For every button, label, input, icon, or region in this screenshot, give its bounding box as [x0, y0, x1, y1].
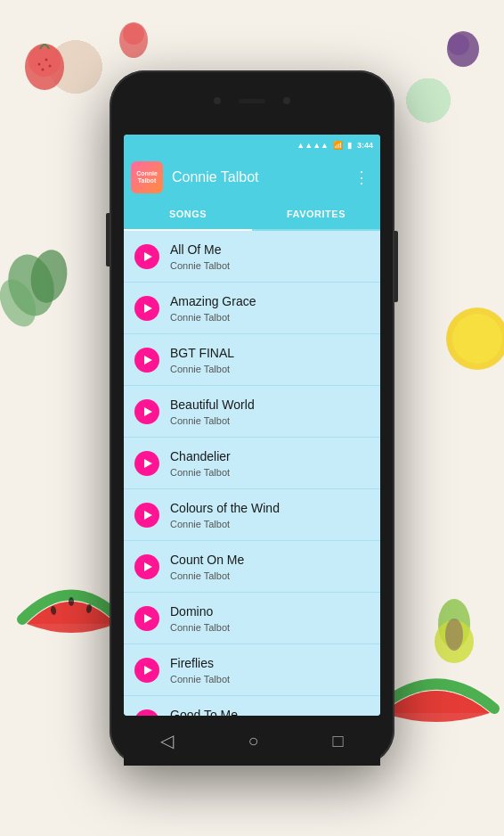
- svg-point-4: [42, 69, 45, 71]
- song-artist-5: Connie Talbot: [170, 519, 370, 529]
- song-title-9: Good To Me: [170, 707, 370, 716]
- status-bar: ▲▲▲▲ 📶 ▮ 3:44: [124, 135, 380, 156]
- app-bar: ConnieTalbot Connie Talbot ⋮: [124, 156, 380, 199]
- signal-icon: ▲▲▲▲: [297, 141, 329, 150]
- svg-point-2: [38, 63, 41, 66]
- battery-icon: ▮: [347, 141, 352, 150]
- svg-point-7: [448, 34, 469, 55]
- play-button-0[interactable]: [134, 244, 159, 269]
- song-title-5: Colours of the Wind: [170, 500, 370, 516]
- song-title-7: Domino: [170, 603, 370, 619]
- svg-point-0: [25, 44, 64, 90]
- recent-apps-button[interactable]: □: [318, 724, 357, 758]
- play-button-8[interactable]: [134, 658, 159, 683]
- svg-point-13: [50, 606, 57, 616]
- song-item-9[interactable]: Good To MeConnie Talbot: [124, 696, 380, 716]
- svg-point-19: [119, 22, 148, 58]
- phone-screen: ▲▲▲▲ 📶 ▮ 3:44 ConnieTalbot Connie Talbot…: [124, 135, 380, 716]
- front-camera-dot: [214, 97, 221, 104]
- song-item-6[interactable]: Count On MeConnie Talbot: [124, 541, 380, 593]
- song-artist-8: Connie Talbot: [170, 674, 370, 684]
- play-button-4[interactable]: [134, 451, 159, 476]
- song-item-3[interactable]: Beautiful WorldConnie Talbot: [124, 386, 380, 438]
- song-title-1: Amazing Grace: [170, 293, 370, 309]
- play-button-2[interactable]: [134, 348, 159, 373]
- song-artist-1: Connie Talbot: [170, 312, 370, 323]
- song-info-8: FirefliesConnie Talbot: [170, 655, 370, 684]
- song-info-6: Count On MeConnie Talbot: [170, 552, 370, 580]
- more-options-button[interactable]: ⋮: [350, 164, 373, 191]
- svg-point-1: [28, 45, 61, 77]
- song-title-2: BGT FINAL: [170, 345, 370, 361]
- front-camera: [214, 97, 290, 104]
- play-button-6[interactable]: [134, 554, 159, 579]
- play-button-1[interactable]: [134, 296, 159, 321]
- song-item-8[interactable]: FirefliesConnie Talbot: [124, 644, 380, 696]
- song-artist-2: Connie Talbot: [170, 364, 370, 374]
- song-item-1[interactable]: Amazing GraceConnie Talbot: [124, 283, 380, 334]
- song-item-4[interactable]: ChandelierConnie Talbot: [124, 438, 380, 489]
- svg-point-12: [452, 314, 502, 364]
- app-icon: ConnieTalbot: [131, 161, 163, 193]
- svg-point-18: [445, 619, 463, 651]
- svg-point-5: [49, 65, 52, 68]
- song-title-8: Fireflies: [170, 655, 370, 671]
- svg-point-14: [69, 597, 74, 606]
- play-button-5[interactable]: [134, 503, 159, 528]
- song-artist-0: Connie Talbot: [170, 260, 370, 271]
- svg-point-15: [85, 604, 93, 614]
- tab-bar: SONGS FAVORITES: [124, 199, 380, 231]
- app-title: Connie Talbot: [172, 169, 350, 185]
- song-item-5[interactable]: Colours of the WindConnie Talbot: [124, 489, 380, 541]
- play-button-7[interactable]: [134, 606, 159, 631]
- song-artist-3: Connie Talbot: [170, 415, 370, 426]
- status-icons: ▲▲▲▲ 📶 ▮ 3:44: [297, 141, 373, 150]
- song-info-1: Amazing GraceConnie Talbot: [170, 293, 370, 322]
- proximity-sensor: [283, 97, 290, 104]
- tab-songs[interactable]: SONGS: [124, 199, 252, 229]
- song-info-3: Beautiful WorldConnie Talbot: [170, 397, 370, 425]
- time-display: 3:44: [357, 141, 373, 150]
- phone-shell: ▲▲▲▲ 📶 ▮ 3:44 ConnieTalbot Connie Talbot…: [110, 70, 394, 766]
- songs-list[interactable]: All Of MeConnie TalbotAmazing GraceConni…: [124, 231, 380, 716]
- svg-point-20: [123, 23, 144, 45]
- svg-point-6: [447, 31, 479, 67]
- song-artist-6: Connie Talbot: [170, 570, 370, 581]
- song-info-9: Good To MeConnie Talbot: [170, 707, 370, 716]
- song-title-4: Chandelier: [170, 448, 370, 464]
- song-item-7[interactable]: DominoConnie Talbot: [124, 593, 380, 644]
- back-button[interactable]: ◁: [146, 723, 188, 758]
- wifi-icon: 📶: [333, 141, 343, 150]
- song-artist-7: Connie Talbot: [170, 622, 370, 633]
- song-info-0: All Of MeConnie Talbot: [170, 242, 370, 270]
- song-title-6: Count On Me: [170, 552, 370, 568]
- song-info-5: Colours of the WindConnie Talbot: [170, 500, 370, 529]
- song-title-0: All Of Me: [170, 242, 370, 258]
- svg-point-8: [2, 250, 61, 322]
- phone-container: ▲▲▲▲ 📶 ▮ 3:44 ConnieTalbot Connie Talbot…: [110, 70, 394, 766]
- svg-point-9: [27, 247, 71, 306]
- speaker-grille: [239, 99, 265, 103]
- song-title-3: Beautiful World: [170, 397, 370, 413]
- bottom-nav: ◁ ○ □: [124, 716, 380, 766]
- song-item-0[interactable]: All Of MeConnie Talbot: [124, 231, 380, 283]
- tab-favorites[interactable]: FAVORITES: [252, 199, 380, 229]
- song-info-2: BGT FINALConnie Talbot: [170, 345, 370, 373]
- svg-point-17: [435, 620, 474, 663]
- home-button[interactable]: ○: [233, 724, 272, 758]
- play-button-9[interactable]: [134, 709, 159, 717]
- song-item-2[interactable]: BGT FINALConnie Talbot: [124, 334, 380, 386]
- svg-point-16: [438, 599, 470, 649]
- svg-point-11: [446, 307, 504, 370]
- svg-point-3: [45, 59, 48, 61]
- song-info-4: ChandelierConnie Talbot: [170, 448, 370, 477]
- song-artist-4: Connie Talbot: [170, 467, 370, 478]
- song-info-7: DominoConnie Talbot: [170, 603, 370, 632]
- play-button-3[interactable]: [134, 399, 159, 424]
- svg-point-10: [0, 274, 43, 332]
